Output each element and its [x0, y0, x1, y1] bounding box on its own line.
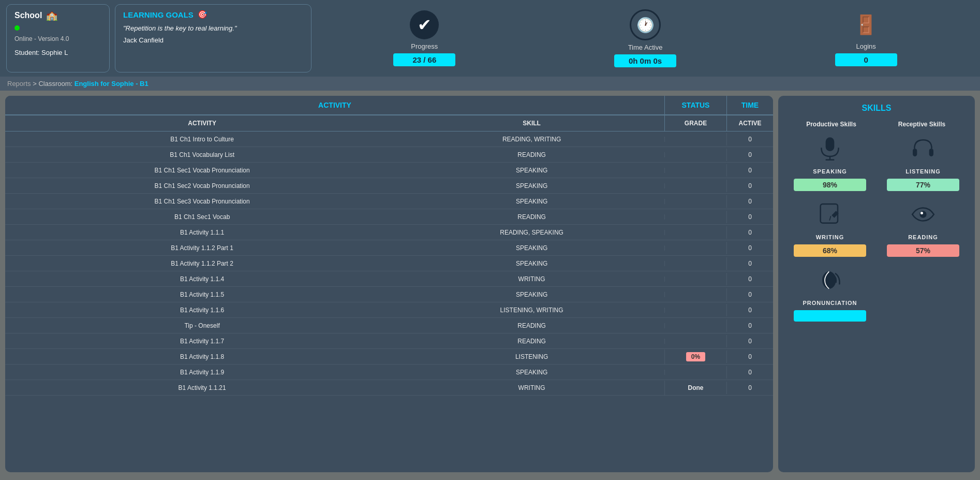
- goals-label: LEARNING GOALS: [123, 10, 194, 19]
- goals-title: LEARNING GOALS 🎯: [123, 10, 303, 19]
- row-activity-name: B1 Activity 1.1.7: [5, 335, 399, 347]
- row-time-active: 0: [726, 319, 773, 332]
- table-row[interactable]: B1 Activity 1.1.6 LISTENING, WRITING 0: [5, 302, 773, 318]
- svg-rect-4: [929, 149, 933, 156]
- skill-pronunciation: PRONUNCIATION: [786, 265, 874, 322]
- table-row[interactable]: B1 Activity 1.1.5 SPEAKING 0: [5, 287, 773, 302]
- row-time-active: 0: [726, 180, 773, 192]
- row-grade: [664, 245, 726, 251]
- row-activity-name: B1 Activity 1.1.2 Part 1: [5, 242, 399, 254]
- row-time-active: 0: [726, 366, 773, 379]
- time-active-label: Time Active: [628, 43, 663, 51]
- table-row[interactable]: B1 Activity 1.1.8 LISTENING 0% 0: [5, 349, 773, 365]
- breadcrumb-separator: >: [33, 80, 38, 88]
- table-row[interactable]: B1 Activity 1.1.2 Part 2 SPEAKING 0: [5, 256, 773, 271]
- table-row[interactable]: B1 Ch1 Intro to Culture READING, WRITING…: [5, 132, 773, 147]
- skill-writing: WRITING 68%: [786, 199, 874, 257]
- row-skill: SPEAKING: [399, 195, 664, 208]
- row-skill: LISTENING: [399, 351, 664, 363]
- row-grade: Done: [664, 381, 726, 395]
- progress-icon: ✔: [410, 10, 439, 39]
- skills-grid: SPEAKING 98% LISTENING 77%: [786, 133, 967, 322]
- row-activity-name: B1 Ch1 Sec3 Vocab Pronunciation: [5, 195, 399, 208]
- table-row[interactable]: B1 Ch1 Sec1 Vocab Pronunciation SPEAKING…: [5, 163, 773, 178]
- goals-icon: 🎯: [198, 10, 207, 19]
- school-icon: 🏫: [46, 10, 57, 21]
- table-row[interactable]: B1 Activity 1.1.2 Part 1 SPEAKING 0: [5, 240, 773, 256]
- row-activity-name: B1 Activity 1.1.8: [5, 351, 399, 363]
- row-activity-name: B1 Ch1 Intro to Culture: [5, 133, 399, 146]
- row-skill: SPEAKING: [399, 257, 664, 270]
- row-time-active: 0: [726, 351, 773, 363]
- row-skill: READING: [399, 335, 664, 347]
- row-grade: [664, 323, 726, 328]
- breadcrumb-reports[interactable]: Reports: [7, 80, 31, 88]
- table-row[interactable]: B1 Ch1 Vocabulary List READING 0: [5, 147, 773, 163]
- activity-sub-header: ACTIVITY SKILL GRADE ACTIVE: [5, 115, 773, 132]
- col-activity-label: ACTIVITY: [5, 96, 664, 114]
- main-content: ACTIVITY STATUS TIME ACTIVITY SKILL GRAD…: [0, 91, 980, 477]
- row-activity-name: B1 Ch1 Sec1 Vocab: [5, 211, 399, 223]
- row-skill: SPEAKING: [399, 242, 664, 254]
- listening-bar: 77%: [887, 179, 959, 191]
- row-skill: SPEAKING: [399, 164, 664, 177]
- eye-icon: [910, 199, 936, 230]
- row-grade: [664, 261, 726, 266]
- row-activity-name: B1 Ch1 Vocabulary List: [5, 149, 399, 161]
- row-grade: [664, 214, 726, 220]
- svg-point-7: [919, 211, 926, 217]
- table-row[interactable]: B1 Ch1 Sec1 Vocab READING 0: [5, 209, 773, 225]
- microphone-icon: [817, 133, 843, 164]
- row-grade: [664, 308, 726, 313]
- sub-skill-label: SKILL: [399, 115, 664, 131]
- svg-rect-3: [913, 149, 917, 156]
- table-row[interactable]: B1 Activity 1.1.21 WRITING Done 0: [5, 380, 773, 396]
- row-time-active: 0: [726, 133, 773, 146]
- speaking-bar: 98%: [794, 179, 866, 191]
- pronunciation-label: PRONUNCIATION: [803, 300, 857, 306]
- clock-icon: 🕐: [630, 9, 661, 40]
- row-time-active: 0: [726, 273, 773, 285]
- version-text: Online - Version 4.0: [14, 35, 101, 42]
- table-row[interactable]: B1 Activity 1.1.4 WRITING 0: [5, 271, 773, 287]
- row-time-active: 0: [726, 164, 773, 177]
- row-time-active: 0: [726, 288, 773, 301]
- progress-value: 23 / 66: [393, 53, 455, 66]
- table-row[interactable]: B1 Activity 1.1.1 READING, SPEAKING 0: [5, 225, 773, 240]
- row-skill: SPEAKING: [399, 288, 664, 301]
- progress-label: Progress: [411, 42, 438, 50]
- activity-panel: ACTIVITY STATUS TIME ACTIVITY SKILL GRAD…: [5, 96, 773, 472]
- row-grade: 0%: [664, 350, 726, 364]
- learning-goals-block: LEARNING GOALS 🎯 "Repetition is the key …: [115, 4, 311, 72]
- breadcrumb-classroom: Classroom:: [38, 80, 74, 88]
- skills-panel: SKILLS Productive Skills Receptive Skill…: [778, 96, 975, 472]
- row-grade: [664, 339, 726, 344]
- row-skill: SPEAKING: [399, 180, 664, 192]
- row-activity-name: B1 Activity 1.1.2 Part 2: [5, 257, 399, 270]
- writing-label: WRITING: [816, 234, 844, 240]
- row-time-active: 0: [726, 257, 773, 270]
- table-row[interactable]: B1 Ch1 Sec3 Vocab Pronunciation SPEAKING…: [5, 194, 773, 209]
- row-skill: WRITING: [399, 273, 664, 285]
- table-row[interactable]: B1 Activity 1.1.9 SPEAKING 0: [5, 365, 773, 380]
- table-row[interactable]: B1 Ch1 Sec2 Vocab Pronunciation SPEAKING…: [5, 178, 773, 194]
- row-skill: WRITING: [399, 382, 664, 394]
- row-grade: [664, 199, 726, 204]
- row-time-active: 0: [726, 211, 773, 223]
- sub-active-label: ACTIVE: [726, 115, 773, 131]
- table-row[interactable]: B1 Activity 1.1.7 READING 0: [5, 333, 773, 349]
- student-label: Student: Sophie L: [14, 49, 101, 56]
- reading-label: READING: [908, 234, 938, 240]
- speaking-label: SPEAKING: [813, 168, 847, 174]
- breadcrumb: Reports > Classroom: English for Sophie …: [0, 77, 980, 91]
- row-activity-name: B1 Activity 1.1.1: [5, 226, 399, 239]
- row-grade: [664, 230, 726, 235]
- pronunciation-icon: [817, 265, 843, 296]
- productive-label: Productive Skills: [786, 121, 877, 128]
- sub-grade-label: GRADE: [664, 115, 726, 131]
- row-activity-name: B1 Activity 1.1.4: [5, 273, 399, 285]
- breadcrumb-classroom-name[interactable]: English for Sophie - B1: [75, 80, 149, 88]
- table-row[interactable]: Tip - Oneself READING 0: [5, 318, 773, 333]
- row-grade: [664, 183, 726, 188]
- time-active-stat: 🕐 Time Active 0h 0m 0s: [538, 4, 753, 72]
